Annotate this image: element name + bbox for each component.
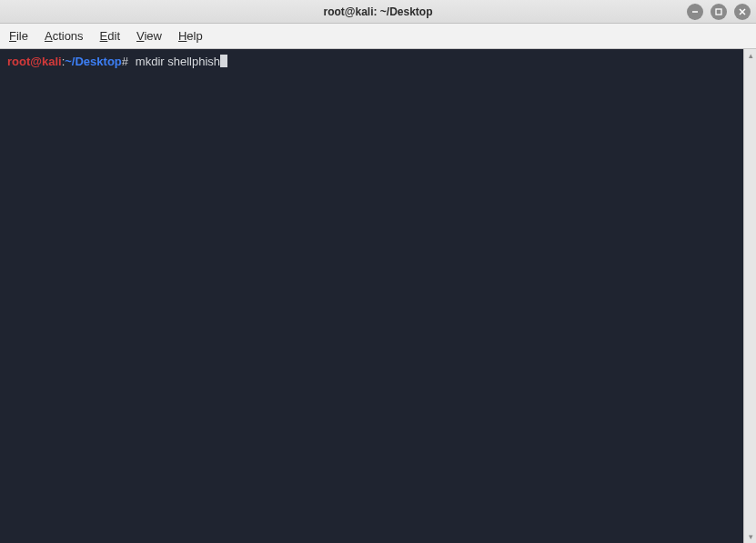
maximize-button[interactable] xyxy=(711,4,727,20)
prompt-path: ~/Desktop xyxy=(65,55,122,68)
prompt-hash: # xyxy=(122,55,128,68)
minimize-button[interactable] xyxy=(687,4,703,20)
window-controls xyxy=(687,4,751,20)
terminal[interactable]: root@kali:~/Desktop# mkdir shellphish xyxy=(0,49,743,543)
menu-view[interactable]: View xyxy=(136,29,162,43)
scroll-up-arrow[interactable]: ▴ xyxy=(744,49,756,62)
scroll-down-arrow[interactable]: ▾ xyxy=(744,530,756,543)
svg-rect-1 xyxy=(716,9,721,15)
minimize-icon xyxy=(690,7,700,16)
titlebar: root@kali: ~/Desktop xyxy=(0,0,756,24)
prompt-user: root@kali xyxy=(7,55,62,68)
menubar: File Actions Edit View Help xyxy=(0,24,756,49)
close-icon xyxy=(738,7,747,16)
menu-help[interactable]: Help xyxy=(178,29,203,43)
window-title: root@kali: ~/Desktop xyxy=(323,5,432,18)
maximize-icon xyxy=(714,7,723,16)
menu-edit[interactable]: Edit xyxy=(100,29,120,43)
close-button[interactable] xyxy=(734,4,751,20)
menu-actions[interactable]: Actions xyxy=(45,29,84,43)
terminal-container: root@kali:~/Desktop# mkdir shellphish ▴ … xyxy=(0,49,756,543)
terminal-cursor xyxy=(220,55,227,67)
terminal-command: mkdir shellphish xyxy=(136,55,220,68)
scrollbar[interactable]: ▴ ▾ xyxy=(743,49,756,543)
menu-file[interactable]: File xyxy=(9,29,28,43)
